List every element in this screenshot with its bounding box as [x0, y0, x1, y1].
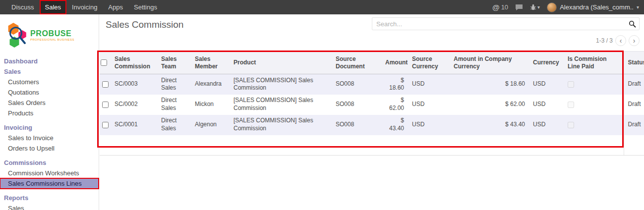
col-source-document: Source Document [332, 52, 381, 74]
sidebar-item-commission-worksheets[interactable]: Commission Worksheets [0, 168, 99, 178]
debug-caret-icon: ▾ [537, 4, 540, 10]
brand-text: PROBUSE PROFESSIONAL BUSINESS [30, 29, 74, 41]
sidebar-header-sales[interactable]: Sales [0, 66, 99, 77]
col-status: Status [624, 52, 644, 74]
sidebar-item-orders-to-upsell[interactable]: Orders to Upsell [0, 143, 99, 154]
cell-sales-member: Algenon [191, 115, 230, 135]
menu-sales[interactable]: Sales [40, 0, 67, 14]
cell-source-document: SO008 [332, 74, 381, 95]
cell-amount: $ 18.60 [381, 74, 408, 95]
is-paid-checkbox [568, 122, 574, 128]
topbar-right: @ 10 ▾ Alexandra (Sales_comm.. ▾ [492, 0, 644, 14]
cell-sales-team: Direct Sales [157, 115, 191, 135]
cell-product: [SALES COMMISSION] Sales Commission [230, 74, 332, 95]
col-sales-team: Sales Team [157, 52, 191, 74]
menu-settings[interactable]: Settings [128, 0, 163, 14]
status-badge: Draft [624, 95, 644, 115]
top-navbar: Discuss Sales Invoicing Apps Settings @ … [0, 0, 644, 14]
menu-invoicing[interactable]: Invoicing [66, 0, 103, 14]
table-row[interactable]: SC/0003 Direct Sales Alexandra [SALES CO… [100, 74, 644, 95]
user-menu[interactable]: Alexandra (Sales_comm.. ▾ [547, 2, 639, 12]
status-badge: Draft [624, 115, 644, 135]
cell-source-document: SO008 [332, 115, 381, 135]
sidebar-item-quotations[interactable]: Quotations [0, 87, 99, 98]
sidebar-nav: Dashboard Sales Customers Quotations Sal… [0, 56, 99, 210]
mention-counter[interactable]: @ 10 [492, 3, 508, 11]
brand-tagline: PROFESSIONAL BUSINESS [30, 38, 74, 41]
sidebar-item-sales-orders[interactable]: Sales Orders [0, 98, 99, 108]
search-box [372, 17, 640, 30]
cell-product: [SALES COMMISSION] Sales Commission [230, 115, 332, 135]
col-amount: Amount [381, 52, 408, 74]
sidebar: PROBUSE PROFESSIONAL BUSINESS Dashboard … [0, 14, 99, 210]
sidebar-item-sales-to-invoice[interactable]: Sales to Invoice [0, 133, 99, 143]
sidebar-header-invoicing[interactable]: Invoicing [0, 122, 99, 133]
sidebar-item-reports-sales[interactable]: Sales [0, 203, 99, 210]
pager: 1-3 / 3 ‹ › [596, 35, 640, 46]
cell-source-currency: USD [408, 95, 450, 115]
cell-source-currency: USD [408, 74, 450, 95]
cell-amount-company: $ 43.40 [450, 115, 529, 135]
sidebar-header-commissions[interactable]: Commissions [0, 158, 99, 168]
sidebar-item-sales-commissions-lines[interactable]: Sales Commissions Lines [0, 178, 99, 189]
search-input[interactable] [372, 20, 625, 28]
sidebar-header-dashboard[interactable]: Dashboard [0, 56, 99, 66]
table-row[interactable]: SC/0001 Direct Sales Algenon [SALES COMM… [100, 115, 644, 135]
col-sales-member: Sales Member [191, 52, 230, 74]
col-currency: Currency [529, 52, 564, 74]
cell-currency: USD [529, 115, 564, 135]
cell-sales-commission: SC/0002 [111, 95, 157, 115]
messages-icon[interactable] [515, 4, 523, 11]
cell-sales-commission: SC/0003 [111, 74, 157, 95]
cell-source-currency: USD [408, 115, 450, 135]
cell-sales-commission: SC/0001 [111, 115, 157, 135]
mention-count: 10 [501, 3, 508, 11]
mention-icon: @ [492, 3, 500, 11]
sidebar-item-products[interactable]: Products [0, 108, 99, 118]
row-checkbox[interactable] [102, 102, 109, 108]
table-header-row: Sales Commission Sales Team Sales Member… [100, 52, 644, 74]
table-empty-row [100, 135, 644, 156]
cell-sales-member: Alexandra [191, 74, 230, 95]
cell-source-document: SO008 [332, 95, 381, 115]
pager-range: 1-3 / 3 [596, 37, 613, 44]
menu-apps[interactable]: Apps [103, 0, 128, 14]
cell-amount: $ 43.40 [381, 115, 408, 135]
status-badge: Draft [624, 74, 644, 95]
cell-amount-company: $ 18.60 [450, 74, 529, 95]
cell-currency: USD [529, 95, 564, 115]
pager-prev-button[interactable]: ‹ [615, 35, 626, 46]
cell-amount-company: $ 62.00 [450, 95, 529, 115]
is-paid-checkbox [568, 102, 574, 108]
user-caret-icon: ▾ [637, 4, 639, 10]
col-amount-company-currency: Amount in Company Currency [450, 52, 529, 74]
sidebar-header-reports[interactable]: Reports [0, 193, 99, 203]
cell-product: [SALES COMMISSION] Sales Commission [230, 95, 332, 115]
avatar [547, 2, 557, 12]
is-paid-checkbox [568, 81, 574, 88]
cell-amount: $ 62.00 [381, 95, 408, 115]
main-content: Sales Commission 1-3 / 3 ‹ › Sales Commi… [100, 14, 644, 210]
debug-icon[interactable]: ▾ [530, 4, 540, 10]
brand-logo-icon [6, 21, 28, 49]
brand-name: PROBUSE [30, 29, 74, 38]
row-checkbox[interactable] [102, 122, 109, 128]
cell-currency: USD [529, 74, 564, 95]
cell-sales-member: Mickon [191, 95, 230, 115]
col-source-currency: Source Currency [408, 52, 450, 74]
cell-sales-team: Direct Sales [157, 74, 191, 95]
search-icon[interactable] [625, 20, 639, 28]
pager-next-button[interactable]: › [629, 35, 640, 46]
col-is-commission-line-paid: Is Commision Line Paid [564, 52, 624, 74]
page-title: Sales Commission [106, 19, 183, 30]
col-product: Product [230, 52, 332, 74]
row-checkbox[interactable] [102, 81, 109, 88]
select-all-checkbox[interactable] [101, 59, 107, 66]
brand-logo: PROBUSE PROFESSIONAL BUSINESS [0, 14, 99, 55]
sidebar-item-customers[interactable]: Customers [0, 77, 99, 87]
cell-sales-team: Direct Sales [157, 95, 191, 115]
menu-discuss[interactable]: Discuss [6, 0, 40, 14]
col-sales-commission: Sales Commission [111, 52, 157, 74]
table-row[interactable]: SC/0002 Direct Sales Mickon [SALES COMMI… [100, 95, 644, 115]
user-name: Alexandra (Sales_comm.. [560, 3, 634, 11]
